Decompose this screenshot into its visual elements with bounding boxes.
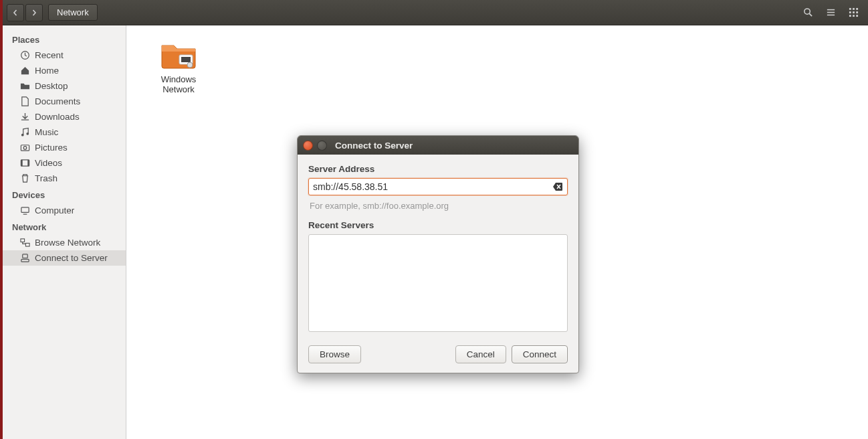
sidebar: Places Recent Home Desktop Documents Dow… <box>3 25 126 439</box>
sidebar-item-connect-server[interactable]: Connect to Server <box>3 250 126 266</box>
computer-icon <box>20 205 30 215</box>
sidebar-item-videos[interactable]: Videos <box>3 155 126 171</box>
svg-rect-7 <box>856 8 858 10</box>
dialog-titlebar[interactable]: Connect to Server <box>298 136 578 155</box>
sidebar-item-label: Pictures <box>35 143 68 153</box>
sidebar-item-recent[interactable]: Recent <box>3 48 126 63</box>
svg-rect-3 <box>827 12 834 13</box>
video-icon <box>20 158 30 168</box>
svg-rect-28 <box>181 57 191 62</box>
address-hint: For example, smb://foo.example.org <box>310 201 566 211</box>
search-icon <box>803 7 813 17</box>
server-address-field[interactable] <box>308 178 568 195</box>
search-button[interactable] <box>797 4 819 21</box>
svg-point-0 <box>804 9 809 14</box>
toolbar: Network <box>3 0 868 25</box>
connect-button[interactable]: Connect <box>512 345 568 363</box>
sidebar-item-label: Music <box>35 127 58 137</box>
sidebar-item-label: Home <box>35 66 59 76</box>
sidebar-item-label: Recent <box>35 50 64 60</box>
dialog-title: Connect to Server <box>335 141 413 151</box>
music-icon <box>20 127 30 137</box>
trash-icon <box>20 173 30 183</box>
svg-point-29 <box>187 62 193 68</box>
sidebar-item-label: Computer <box>35 205 74 215</box>
sidebar-item-label: Trash <box>35 173 58 183</box>
server-address-label: Server Address <box>308 164 568 174</box>
svg-rect-23 <box>21 239 25 242</box>
svg-rect-12 <box>853 15 855 17</box>
sidebar-item-label: Browse Network <box>35 238 100 248</box>
location-bar[interactable]: Network <box>48 4 98 21</box>
sidebar-item-label: Desktop <box>35 81 68 91</box>
connect-to-server-dialog: Connect to Server Server Address For exa… <box>297 135 579 373</box>
sidebar-item-label: Videos <box>35 158 62 168</box>
recent-servers-list[interactable] <box>308 234 568 332</box>
chevron-left-icon <box>12 9 19 16</box>
sidebar-item-label: Downloads <box>35 112 80 122</box>
sidebar-item-pictures[interactable]: Pictures <box>3 140 126 155</box>
svg-rect-26 <box>23 254 28 258</box>
chevron-right-icon <box>31 9 37 16</box>
sidebar-item-label: Documents <box>35 96 80 106</box>
clock-icon <box>20 50 30 60</box>
svg-rect-10 <box>856 11 858 13</box>
folder-icon <box>20 81 30 91</box>
window-close-button[interactable] <box>303 141 313 151</box>
svg-rect-8 <box>849 11 851 13</box>
network-header: Network <box>3 218 126 235</box>
backspace-icon <box>552 182 563 191</box>
svg-rect-25 <box>21 259 29 262</box>
svg-rect-24 <box>25 243 29 246</box>
camera-icon <box>20 143 30 153</box>
svg-rect-9 <box>853 11 855 13</box>
places-header: Places <box>3 31 126 48</box>
svg-line-1 <box>809 13 812 16</box>
cancel-button[interactable]: Cancel <box>455 345 506 363</box>
window-minimize-button[interactable] <box>317 141 327 151</box>
sidebar-item-downloads[interactable]: Downloads <box>3 109 126 124</box>
network-folder-icon <box>160 39 197 70</box>
svg-rect-22 <box>21 207 29 213</box>
app-grid-button[interactable] <box>843 4 864 21</box>
sidebar-item-music[interactable]: Music <box>3 124 126 140</box>
svg-point-15 <box>21 134 24 137</box>
sidebar-item-label: Connect to Server <box>35 253 108 263</box>
download-icon <box>20 112 30 122</box>
svg-rect-5 <box>849 8 851 10</box>
svg-rect-17 <box>21 145 29 151</box>
sidebar-item-browse-network[interactable]: Browse Network <box>3 235 126 250</box>
svg-rect-11 <box>849 15 851 17</box>
svg-point-18 <box>23 147 27 150</box>
sidebar-item-desktop[interactable]: Desktop <box>3 78 126 94</box>
svg-rect-2 <box>827 9 834 11</box>
recent-servers-label: Recent Servers <box>308 220 568 230</box>
connect-server-icon <box>20 253 30 263</box>
hamburger-icon <box>826 7 836 17</box>
home-icon <box>20 66 30 76</box>
svg-point-16 <box>26 133 29 135</box>
view-options-button[interactable] <box>820 4 841 21</box>
svg-rect-6 <box>853 8 855 10</box>
sidebar-item-home[interactable]: Home <box>3 63 126 78</box>
item-windows-network[interactable]: Windows Network <box>145 39 212 94</box>
nav-forward-button[interactable] <box>25 4 43 21</box>
sidebar-item-documents[interactable]: Documents <box>3 94 126 109</box>
svg-rect-4 <box>827 15 834 16</box>
document-icon <box>20 96 30 106</box>
server-address-input[interactable] <box>313 181 552 192</box>
nav-back-button[interactable] <box>7 4 24 21</box>
sidebar-item-trash[interactable]: Trash <box>3 171 126 186</box>
svg-rect-20 <box>21 160 22 166</box>
svg-rect-21 <box>27 160 29 166</box>
browse-button[interactable]: Browse <box>308 345 361 363</box>
network-browse-icon <box>20 238 30 248</box>
sidebar-item-computer[interactable]: Computer <box>3 203 126 218</box>
clear-input-button[interactable] <box>552 182 563 191</box>
grid-icon <box>849 7 859 17</box>
item-label: Windows Network <box>145 74 212 94</box>
svg-rect-13 <box>856 15 858 17</box>
devices-header: Devices <box>3 186 126 203</box>
